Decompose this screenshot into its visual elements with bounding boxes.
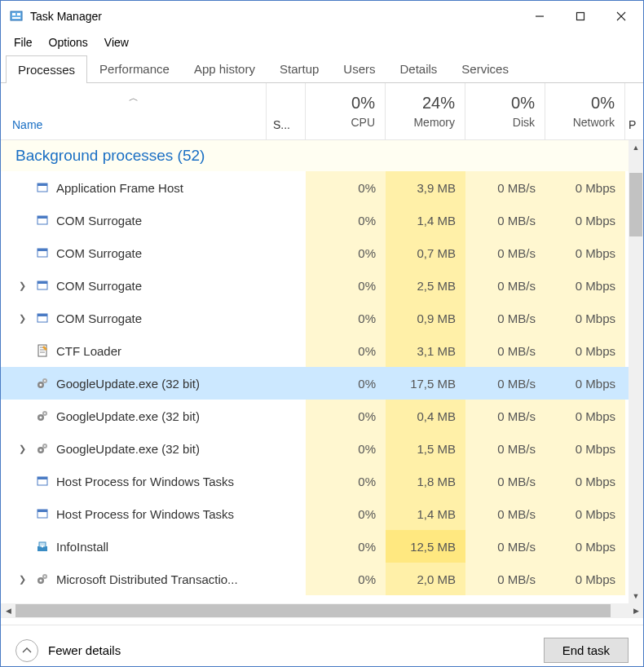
process-icon bbox=[35, 474, 50, 488]
process-memory: 17,5 MB bbox=[386, 367, 465, 400]
scroll-left-icon[interactable]: ◀ bbox=[1, 603, 15, 618]
process-row[interactable]: ❯COM Surrogate0%2,5 MB0 MB/s0 Mbps bbox=[1, 269, 643, 302]
process-name: Host Process for Windows Tasks bbox=[56, 507, 234, 521]
process-network: 0 Mbps bbox=[545, 302, 625, 334]
process-memory: 0,7 MB bbox=[386, 236, 465, 269]
tab-performance[interactable]: Performance bbox=[87, 55, 182, 82]
process-name: Application Frame Host bbox=[56, 181, 183, 195]
process-row[interactable]: GoogleUpdate.exe (32 bit)0%0,4 MB0 MB/s0… bbox=[1, 400, 643, 432]
process-name: GoogleUpdate.exe (32 bit) bbox=[56, 377, 200, 391]
expand-chevron-icon[interactable]: ❯ bbox=[15, 444, 29, 454]
process-name: GoogleUpdate.exe (32 bit) bbox=[56, 442, 200, 456]
process-disk: 0 MB/s bbox=[465, 432, 545, 465]
tab-processes[interactable]: Processes bbox=[6, 55, 87, 83]
svg-point-29 bbox=[44, 413, 46, 414]
scroll-down-icon[interactable]: ▼ bbox=[629, 589, 643, 603]
column-status[interactable]: S... bbox=[267, 83, 306, 139]
end-task-button[interactable]: End task bbox=[544, 638, 629, 663]
process-name: Host Process for Windows Tasks bbox=[56, 475, 234, 488]
process-row[interactable]: CTF Loader0%3,1 MB0 MB/s0 Mbps bbox=[1, 334, 643, 367]
column-memory[interactable]: 24% Memory bbox=[386, 83, 465, 139]
process-cpu: 0% bbox=[306, 367, 386, 400]
scroll-right-icon[interactable]: ▶ bbox=[629, 603, 643, 618]
tab-app-history[interactable]: App history bbox=[182, 55, 267, 82]
vertical-scroll-thumb[interactable] bbox=[629, 173, 642, 236]
process-row[interactable]: ❯GoogleUpdate.exe (32 bit)0%1,5 MB0 MB/s… bbox=[1, 432, 643, 465]
horizontal-scrollbar[interactable]: ◀ ▶ bbox=[1, 603, 643, 618]
group-header-background[interactable]: Background processes (52) bbox=[1, 140, 643, 171]
process-row[interactable]: GoogleUpdate.exe (32 bit)0%17,5 MB0 MB/s… bbox=[1, 367, 643, 400]
horizontal-scroll-thumb[interactable] bbox=[15, 604, 611, 617]
expand-chevron-icon[interactable]: ❯ bbox=[15, 574, 29, 585]
expand-chevron-icon[interactable]: ❯ bbox=[15, 280, 29, 291]
tab-startup[interactable]: Startup bbox=[267, 55, 331, 82]
process-icon bbox=[35, 278, 50, 293]
process-network: 0 Mbps bbox=[545, 497, 625, 530]
process-row[interactable]: COM Surrogate0%1,4 MB0 MB/s0 Mbps bbox=[1, 204, 643, 236]
process-disk: 0 MB/s bbox=[465, 171, 545, 204]
process-network: 0 Mbps bbox=[545, 563, 625, 595]
process-icon bbox=[35, 180, 50, 195]
close-button[interactable] bbox=[601, 3, 642, 29]
process-row[interactable]: ❯Microsoft Distributed Transactio...0%2,… bbox=[1, 563, 643, 595]
column-cpu[interactable]: 0% CPU bbox=[306, 83, 386, 139]
process-disk: 0 MB/s bbox=[465, 236, 545, 269]
svg-rect-37 bbox=[37, 510, 47, 512]
maximize-button[interactable] bbox=[560, 3, 601, 29]
fewer-details-label: Fewer details bbox=[48, 643, 121, 657]
process-row[interactable]: COM Surrogate0%0,7 MB0 MB/s0 Mbps bbox=[1, 236, 643, 269]
process-memory: 2,5 MB bbox=[386, 269, 465, 302]
process-disk: 0 MB/s bbox=[465, 563, 545, 595]
column-name-label: Name bbox=[1, 118, 266, 139]
column-network[interactable]: 0% Network bbox=[545, 83, 625, 139]
process-name: Microsoft Distributed Transactio... bbox=[56, 572, 238, 586]
svg-rect-17 bbox=[37, 314, 47, 316]
process-memory: 1,4 MB bbox=[386, 497, 465, 530]
tab-services[interactable]: Services bbox=[449, 55, 521, 82]
process-row[interactable]: ❯COM Surrogate0%0,9 MB0 MB/s0 Mbps bbox=[1, 302, 643, 334]
process-memory: 0,9 MB bbox=[386, 302, 465, 334]
svg-rect-3 bbox=[12, 17, 20, 19]
menu-file[interactable]: File bbox=[6, 33, 41, 51]
memory-label: Memory bbox=[413, 116, 455, 129]
network-percent: 0% bbox=[591, 94, 615, 113]
tab-users[interactable]: Users bbox=[331, 55, 387, 82]
process-row[interactable]: Application Frame Host0%3,9 MB0 MB/s0 Mb… bbox=[1, 171, 643, 204]
fewer-details-button[interactable]: Fewer details bbox=[15, 639, 121, 662]
process-disk: 0 MB/s bbox=[465, 269, 545, 302]
column-name[interactable]: ︿ Name bbox=[1, 83, 267, 139]
column-p[interactable]: P bbox=[625, 83, 640, 139]
process-cpu: 0% bbox=[306, 432, 386, 465]
vertical-scrollbar[interactable]: ▲ ▼ bbox=[629, 140, 643, 603]
process-cpu: 0% bbox=[306, 269, 386, 302]
scroll-up-icon[interactable]: ▲ bbox=[629, 140, 643, 155]
cpu-label: CPU bbox=[351, 116, 375, 129]
svg-point-42 bbox=[40, 580, 42, 582]
process-cpu: 0% bbox=[306, 530, 386, 563]
menu-view[interactable]: View bbox=[96, 33, 137, 51]
process-row[interactable]: InfoInstall0%12,5 MB0 MB/s0 Mbps bbox=[1, 530, 643, 563]
svg-rect-9 bbox=[37, 183, 47, 186]
expand-chevron-icon[interactable]: ❯ bbox=[15, 313, 29, 324]
process-network: 0 Mbps bbox=[545, 334, 625, 367]
process-name: GoogleUpdate.exe (32 bit) bbox=[56, 409, 200, 423]
titlebar: Task Manager bbox=[1, 1, 643, 32]
process-row[interactable]: Host Process for Windows Tasks0%1,4 MB0 … bbox=[1, 497, 643, 530]
process-row[interactable]: Host Process for Windows Tasks0%1,8 MB0 … bbox=[1, 465, 643, 497]
tab-details[interactable]: Details bbox=[388, 55, 450, 82]
process-cpu: 0% bbox=[306, 400, 386, 432]
process-network: 0 Mbps bbox=[545, 204, 625, 236]
process-cpu: 0% bbox=[306, 236, 386, 269]
menu-options[interactable]: Options bbox=[41, 33, 96, 51]
memory-percent: 24% bbox=[422, 94, 455, 113]
minimize-button[interactable] bbox=[519, 3, 560, 29]
svg-rect-13 bbox=[37, 249, 47, 251]
process-name: CTF Loader bbox=[56, 344, 121, 358]
column-disk[interactable]: 0% Disk bbox=[465, 83, 545, 139]
process-memory: 1,5 MB bbox=[386, 432, 465, 465]
app-icon bbox=[9, 9, 24, 24]
svg-rect-15 bbox=[37, 281, 47, 284]
process-network: 0 Mbps bbox=[545, 367, 625, 400]
svg-point-33 bbox=[44, 445, 46, 447]
process-icon bbox=[35, 409, 50, 423]
